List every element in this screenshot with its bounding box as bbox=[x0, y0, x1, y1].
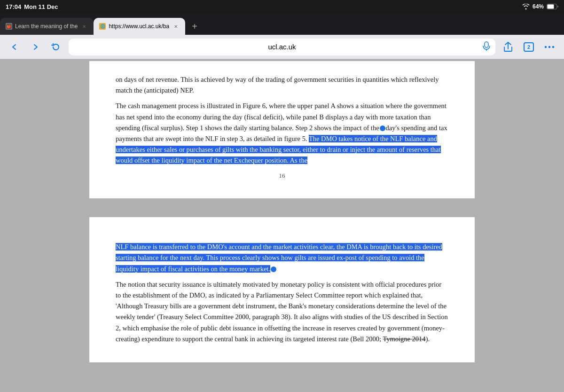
tab-2-title: https://www.ucl.ac.uk/ba bbox=[109, 23, 169, 30]
status-bar-right: 64% bbox=[522, 3, 558, 10]
tab-1-favicon: 🍎 bbox=[6, 23, 12, 30]
battery-display: 64% bbox=[533, 3, 544, 10]
text-cursor-2 bbox=[271, 267, 276, 272]
tabs-count[interactable]: 2 bbox=[524, 42, 534, 52]
svg-text:🍎: 🍎 bbox=[7, 24, 11, 29]
address-bar[interactable]: ucl.ac.uk bbox=[69, 39, 495, 55]
page2-para2: The notion that security issuance is ult… bbox=[116, 279, 448, 345]
battery-icon bbox=[547, 4, 558, 9]
url-display: ucl.ac.uk bbox=[268, 43, 296, 51]
highlighted-text-1: The DMO takes notice of the NLF balance … bbox=[116, 135, 441, 164]
status-bar-left: 17:04 Mon 11 Dec bbox=[6, 3, 58, 10]
svg-rect-4 bbox=[485, 42, 488, 47]
share-button[interactable] bbox=[500, 39, 516, 55]
page-1-wrapper: on days of net revenue. This is achieved… bbox=[0, 59, 564, 198]
page2-para1: NLF balance is transferred to the DMO's … bbox=[116, 242, 448, 274]
svg-rect-1 bbox=[548, 5, 554, 9]
tab-1-title: Learn the meaning of the bbox=[15, 23, 78, 30]
tab-2-close[interactable]: ✕ bbox=[172, 23, 180, 30]
wifi-icon bbox=[522, 4, 530, 9]
svg-point-6 bbox=[545, 46, 547, 47]
reload-button[interactable] bbox=[48, 39, 64, 55]
page1-para1: on days of net revenue. This is achieved… bbox=[116, 74, 448, 96]
svg-point-7 bbox=[548, 46, 550, 47]
highlighted-text-2: NLF balance is transferred to the DMO's … bbox=[116, 243, 442, 272]
new-tab-button[interactable]: + bbox=[187, 19, 202, 34]
more-button[interactable] bbox=[541, 39, 557, 55]
tab-2[interactable]: 🌐 https://www.ucl.ac.uk/ba ✕ bbox=[94, 18, 185, 35]
tab-2-favicon: 🌐 bbox=[99, 23, 106, 30]
status-bar: 17:04 Mon 11 Dec 64% bbox=[0, 0, 564, 13]
date-display: Mon 11 Dec bbox=[24, 3, 58, 10]
page-gap bbox=[0, 198, 564, 217]
back-button[interactable] bbox=[7, 39, 23, 55]
tab-1[interactable]: 🍎 Learn the meaning of the ✕ bbox=[0, 18, 94, 35]
content-area: on days of net revenue. This is achieved… bbox=[0, 59, 564, 392]
text-cursor-1 bbox=[380, 125, 385, 131]
nav-bar: ucl.ac.uk 2 bbox=[0, 35, 564, 59]
forward-button[interactable] bbox=[27, 39, 43, 55]
tab-1-close[interactable]: ✕ bbox=[80, 23, 88, 30]
tabs-button[interactable]: 2 bbox=[521, 39, 537, 55]
mic-button[interactable] bbox=[482, 41, 491, 52]
page-number-1: 16 bbox=[116, 171, 448, 181]
svg-point-8 bbox=[552, 46, 554, 47]
strikethrough-text: Tymoigne 2014 bbox=[383, 335, 425, 343]
time-display: 17:04 bbox=[6, 3, 21, 10]
page-2: NLF balance is transferred to the DMO's … bbox=[89, 217, 475, 362]
page-1: on days of net revenue. This is achieved… bbox=[89, 61, 475, 198]
tab-bar: 🍎 Learn the meaning of the ✕ 🌐 https://w… bbox=[0, 13, 564, 35]
scrollable-content[interactable]: on days of net revenue. This is achieved… bbox=[0, 59, 564, 390]
page1-para2: The cash management process is illustrat… bbox=[116, 101, 448, 166]
